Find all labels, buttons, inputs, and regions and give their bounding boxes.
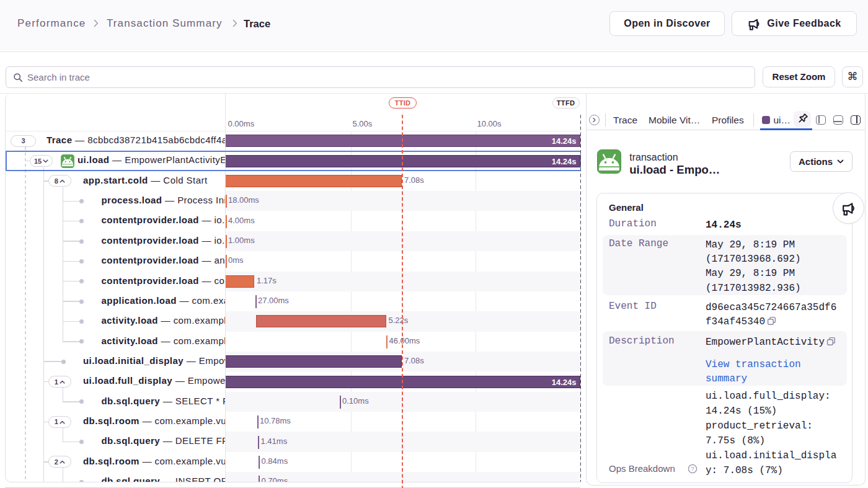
svg-text:?: ? (691, 466, 694, 472)
